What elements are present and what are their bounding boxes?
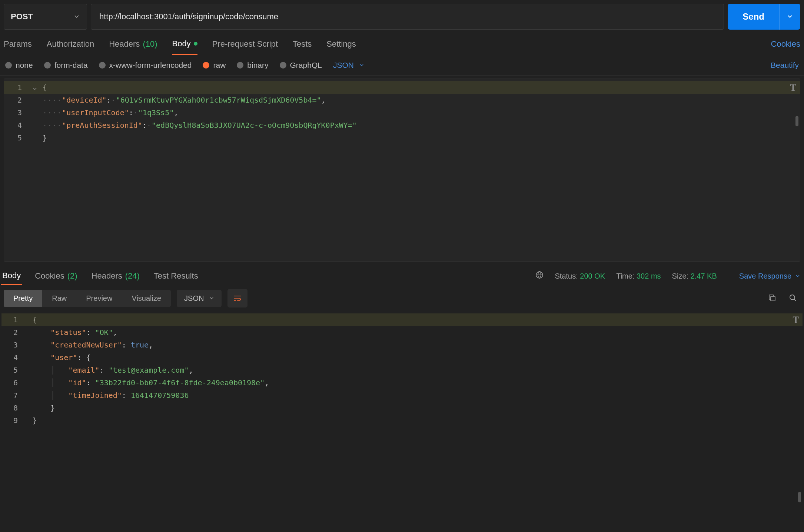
json-value: "OK" [95, 328, 113, 337]
url-input[interactable]: http://localhost:3001/auth/signinup/code… [91, 4, 724, 30]
tab-headers[interactable]: Headers (10) [109, 33, 157, 55]
send-options-button[interactable] [779, 4, 800, 30]
tab-prerequest[interactable]: Pre-request Script [212, 33, 278, 55]
response-tab-cookies[interactable]: Cookies (2) [33, 267, 79, 285]
view-mode-pretty[interactable]: Pretty [4, 290, 42, 307]
view-mode-visualize[interactable]: Visualize [122, 290, 171, 307]
response-tab-headers[interactable]: Headers (24) [90, 267, 141, 285]
scrollbar[interactable] [795, 116, 798, 126]
tab-params[interactable]: Params [4, 33, 32, 55]
body-type-raw-label: raw [213, 61, 226, 70]
body-type-binary[interactable]: binary [237, 61, 268, 70]
send-button[interactable]: Send [728, 4, 779, 30]
chevron-down-icon [73, 13, 80, 20]
line-number: 4 [1, 351, 18, 364]
line-number: 6 [1, 376, 18, 389]
tab-body[interactable]: Body [172, 33, 197, 55]
request-body-editor[interactable]: 1 2 3 4 5 { ····"deviceId":·"6Q1vSrmKtuv… [4, 79, 800, 262]
json-key: "createdNewUser" [50, 340, 122, 349]
line-number: 2 [1, 326, 18, 339]
body-type-binary-label: binary [247, 61, 268, 70]
tab-prerequest-label: Pre-request Script [212, 39, 278, 49]
svg-rect-1 [771, 296, 775, 301]
wrap-icon [233, 294, 242, 303]
send-button-group: Send [728, 4, 800, 30]
response-body-editor[interactable]: 1 2 3 4 5 6 7 8 9 { "status": "OK", "cre… [1, 311, 803, 504]
line-number: 3 [4, 106, 22, 119]
radio-icon [237, 62, 243, 69]
body-type-formdata[interactable]: form-data [44, 61, 88, 70]
radio-icon [99, 62, 106, 69]
scrollbar[interactable] [798, 492, 801, 502]
size-label: Size: [672, 272, 688, 280]
radio-icon [280, 62, 286, 69]
copy-button[interactable] [765, 290, 780, 306]
view-mode-preview[interactable]: Preview [76, 290, 122, 307]
line-number: 3 [1, 339, 18, 351]
code-area[interactable]: { "status": "OK", "createdNewUser": true… [23, 311, 803, 504]
request-bar: POST http://localhost:3001/auth/signinup… [0, 0, 804, 33]
line-number: 2 [4, 94, 22, 106]
view-mode-segmented: Pretty Raw Preview Visualize [4, 290, 171, 307]
http-method-value: POST [11, 12, 33, 21]
time-label: Time: [616, 272, 634, 280]
tab-settings[interactable]: Settings [326, 33, 356, 55]
view-mode-raw-label: Raw [52, 294, 67, 302]
beautify-button[interactable]: Beautify [771, 61, 799, 70]
globe-icon[interactable] [535, 270, 544, 282]
json-key: "email" [68, 366, 99, 375]
chevron-down-icon [795, 273, 800, 279]
response-tab-testresults[interactable]: Test Results [152, 267, 200, 285]
tab-authorization[interactable]: Authorization [47, 33, 94, 55]
chevron-down-icon [359, 63, 364, 68]
save-response-button[interactable]: Save Response [739, 272, 800, 280]
radio-icon [203, 62, 209, 69]
line-number: 4 [4, 119, 22, 132]
fold-toggle-icon[interactable] [32, 83, 37, 95]
json-key: "id" [68, 378, 86, 387]
cookies-link[interactable]: Cookies [771, 39, 800, 49]
body-format-label: JSON [333, 61, 354, 70]
json-value: "6Q1vSrmKtuvPYGXahO0r1cbw57rWiqsdSjmXD60… [116, 96, 321, 104]
json-key: "status" [50, 328, 86, 337]
view-mode-raw[interactable]: Raw [42, 290, 76, 307]
code-area[interactable]: { ····"deviceId":·"6Q1vSrmKtuvPYGXahO0r1… [27, 79, 800, 261]
body-type-graphql[interactable]: GraphQL [280, 61, 322, 70]
response-format-label: JSON [184, 294, 204, 303]
tab-authorization-label: Authorization [47, 39, 94, 49]
line-gutter: 1 2 3 4 5 [4, 79, 27, 261]
json-key: "deviceId" [62, 96, 106, 104]
response-tab-body[interactable]: Body [1, 267, 22, 285]
body-type-none[interactable]: none [5, 61, 33, 70]
search-button[interactable] [785, 290, 800, 306]
body-format-select[interactable]: JSON [333, 61, 364, 70]
json-value: 1641470759036 [131, 391, 189, 400]
body-type-row: none form-data x-www-form-urlencoded raw… [0, 55, 804, 76]
tab-params-label: Params [4, 39, 32, 49]
response-tab-cookies-label: Cookies [35, 271, 64, 281]
line-number: 5 [1, 364, 18, 376]
tab-tests-label: Tests [293, 39, 312, 49]
response-format-select[interactable]: JSON [177, 290, 222, 307]
body-type-formdata-label: form-data [54, 61, 88, 70]
json-value: "test@example.com" [109, 366, 189, 375]
line-number: 1 [4, 81, 22, 94]
view-mode-pretty-label: Pretty [13, 294, 33, 302]
json-key: "preAuthSessionId" [62, 121, 142, 130]
http-method-select[interactable]: POST [4, 4, 87, 30]
json-value: "33b22fd0-bb07-4f6f-8fde-249ea0b0198e" [95, 378, 265, 387]
tab-tests[interactable]: Tests [293, 33, 312, 55]
response-status: Status: 200 OK Time: 302 ms Size: 2.47 K… [555, 272, 717, 280]
wrap-lines-button[interactable] [227, 289, 247, 307]
response-tab-cookies-count: (2) [67, 271, 77, 281]
line-number: 8 [1, 402, 18, 414]
body-type-raw[interactable]: raw [203, 61, 226, 70]
response-tab-headers-count: (24) [125, 271, 140, 281]
json-key: "userInputCode" [62, 108, 129, 117]
body-type-none-label: none [16, 61, 33, 70]
json-key: "timeJoined" [68, 391, 122, 400]
tab-body-label: Body [172, 39, 191, 49]
radio-icon [44, 62, 51, 69]
send-button-label: Send [742, 11, 764, 22]
body-type-urlencoded[interactable]: x-www-form-urlencoded [99, 61, 192, 70]
